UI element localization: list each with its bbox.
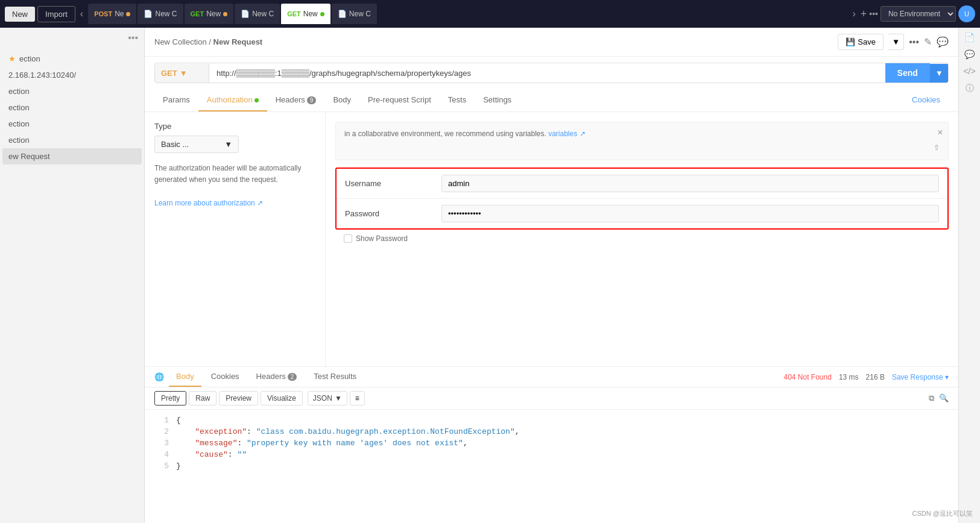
comment-button[interactable]: 💬 xyxy=(937,36,949,48)
response-status: 404 Not Found 13 ms 216 B Save Response … xyxy=(784,373,949,381)
tab-5[interactable]: GET New xyxy=(281,4,330,24)
sidebar-more[interactable]: ••• xyxy=(128,33,138,43)
right-icon-3[interactable]: </> xyxy=(963,66,975,76)
tab-body[interactable]: Body xyxy=(324,89,359,111)
url-input[interactable] xyxy=(209,64,885,83)
tab-settings[interactable]: Settings xyxy=(475,89,520,111)
resp-tab-headers[interactable]: Headers2 xyxy=(249,367,305,387)
right-sidebar: 📄 💬 </> ⓘ xyxy=(958,28,980,523)
line-content-2: "exception": "class com.baidu.hugegraph.… xyxy=(176,427,520,436)
resp-tab-cookies[interactable]: Cookies xyxy=(204,367,247,387)
tab-cookies[interactable]: Cookies xyxy=(903,89,949,111)
type-label: Type xyxy=(154,122,315,131)
code-viewer: 1 { 2 "exception": "class com.baidu.huge… xyxy=(145,410,958,523)
code-line-2: 2 "exception": "class com.baidu.hugegrap… xyxy=(145,426,958,437)
import-button[interactable]: Import xyxy=(37,6,75,22)
auth-right: in a collaborative environment, we recom… xyxy=(326,112,958,366)
sidebar-label-5: ection xyxy=(8,136,30,145)
collapse-icon[interactable]: ⇧ xyxy=(934,142,940,154)
breadcrumb-request: New Request xyxy=(213,37,263,46)
new-tab-button[interactable]: + xyxy=(861,8,867,20)
format-pretty[interactable]: Pretty xyxy=(154,391,186,406)
copy-icon[interactable]: ⧉ xyxy=(929,393,934,403)
line-num-1: 1 xyxy=(154,416,169,425)
credentials-box: Username Password xyxy=(335,168,949,230)
search-icon[interactable]: 🔍 xyxy=(939,393,949,403)
sidebar-item-5[interactable]: ection xyxy=(2,132,142,148)
response-toolbar: Pretty Raw Preview Visualize JSON ▼ ≡ ⧉ … xyxy=(145,387,958,410)
right-icon-4[interactable]: ⓘ xyxy=(966,83,974,94)
sidebar-item-2[interactable]: ection xyxy=(2,83,142,99)
line-num-3: 3 xyxy=(154,439,169,448)
info-text: in a collaborative environment, we recom… xyxy=(344,130,548,138)
method-select[interactable]: GET ▼ xyxy=(155,64,209,83)
sidebar-item-0[interactable]: ★ ection xyxy=(2,51,142,67)
filter-button[interactable]: ≡ xyxy=(350,391,365,406)
method-arrow: ▼ xyxy=(180,69,188,78)
tab-tests[interactable]: Tests xyxy=(440,89,475,111)
save-button[interactable]: 💾 Save xyxy=(838,34,884,50)
method-value: GET xyxy=(161,69,177,78)
code-line-3: 3 "message": "property key with name 'ag… xyxy=(145,437,958,449)
resp-size: 216 B xyxy=(866,373,885,381)
tab-6[interactable]: 📄 New C xyxy=(332,4,377,24)
status-text: 404 Not Found xyxy=(784,373,832,381)
save-dropdown[interactable]: ▼ xyxy=(888,34,904,50)
type-value: Basic ... xyxy=(161,140,189,149)
json-select[interactable]: JSON ▼ xyxy=(308,391,347,406)
sidebar-item-4[interactable]: ection xyxy=(2,116,142,132)
send-dropdown[interactable]: ▼ xyxy=(930,64,948,83)
banner-close[interactable]: ✕ xyxy=(937,127,943,139)
line-num-4: 4 xyxy=(154,450,169,459)
tab-headers[interactable]: Headers9 xyxy=(267,89,325,111)
tab-more-button[interactable]: ••• xyxy=(869,9,878,19)
variables-link[interactable]: variables ↗ xyxy=(548,130,585,138)
format-preview[interactable]: Preview xyxy=(219,391,258,406)
save-response-button[interactable]: Save Response ▾ xyxy=(892,373,949,381)
tab-2[interactable]: 📄 New C xyxy=(138,4,183,24)
sidebar-item-3[interactable]: ection xyxy=(2,99,142,116)
url-bar: GET ▼ Send ▼ xyxy=(154,63,949,83)
tab-4[interactable]: 📄 New C xyxy=(235,4,280,24)
line-content-4: "cause": "" xyxy=(176,450,247,459)
resp-tab-tests[interactable]: Test Results xyxy=(306,367,364,387)
tab-1[interactable]: POST Ne xyxy=(88,4,136,24)
auth-info: The authorization header will be automat… xyxy=(154,163,315,209)
tab-3[interactable]: GET New xyxy=(185,4,234,24)
main-layout: ••• ★ ection 2.168.1.243:10240/ ection e… xyxy=(0,28,980,523)
sidebar-label-6: ew Request xyxy=(8,152,50,161)
type-select[interactable]: Basic ... ▼ xyxy=(154,136,239,153)
show-password-checkbox[interactable] xyxy=(344,234,352,243)
sidebar-item-6[interactable]: ew Request xyxy=(2,148,142,164)
save-icon: 💾 xyxy=(846,37,855,46)
format-visualize[interactable]: Visualize xyxy=(261,391,303,406)
sidebar-item-1[interactable]: 2.168.1.243:10240/ xyxy=(2,67,142,83)
response-section: 🌐 Body Cookies Headers2 Test Results 404… xyxy=(145,366,958,523)
tab-authorization[interactable]: Authorization xyxy=(198,89,267,111)
save-label: Save xyxy=(858,37,876,46)
username-input[interactable] xyxy=(441,175,939,192)
username-row: Username xyxy=(337,169,947,199)
send-button[interactable]: Send xyxy=(885,63,930,83)
nav-back[interactable]: ‹ xyxy=(78,8,86,19)
username-label: Username xyxy=(345,179,441,188)
header-more[interactable]: ••• xyxy=(909,37,919,48)
watermark: CSDN @逗比可以笑 xyxy=(912,509,973,518)
new-button[interactable]: New xyxy=(5,7,35,22)
tab-label-1: Ne xyxy=(115,10,124,18)
resp-icons: ⧉ 🔍 xyxy=(929,393,949,403)
nav-forward[interactable]: › xyxy=(850,8,858,19)
resp-tab-body[interactable]: Body xyxy=(169,367,201,387)
right-icon-1[interactable]: 📄 xyxy=(964,33,975,42)
right-icon-2[interactable]: 💬 xyxy=(964,49,975,59)
tab-params[interactable]: Params xyxy=(154,89,198,111)
format-raw[interactable]: Raw xyxy=(189,391,217,406)
environment-select[interactable]: No Environment xyxy=(880,6,956,22)
tab-method-1: POST xyxy=(94,10,112,17)
avatar: U xyxy=(958,5,975,22)
password-input[interactable] xyxy=(441,205,939,222)
tab-pre-request[interactable]: Pre-request Script xyxy=(359,89,440,111)
tab-label-4: New C xyxy=(252,10,274,18)
auth-link[interactable]: Learn more about authorization ↗ xyxy=(154,199,263,207)
edit-button[interactable]: ✎ xyxy=(924,36,932,48)
